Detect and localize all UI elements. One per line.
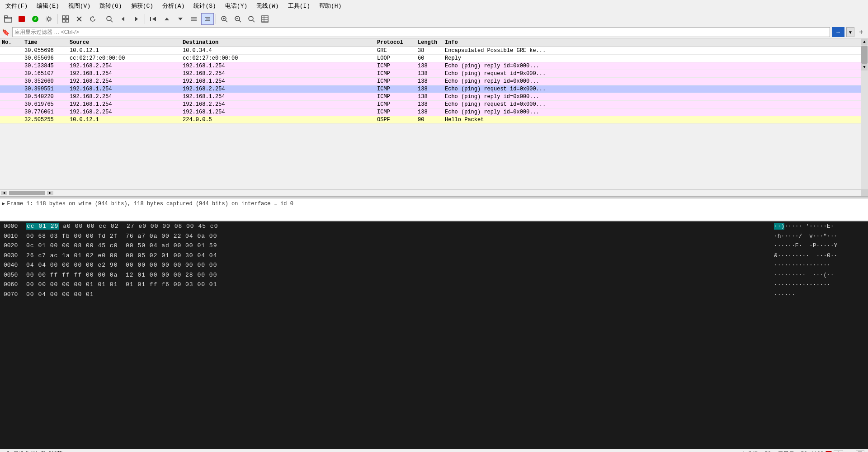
col-header-src: Source [68, 39, 181, 46]
packet-detail-text: Frame 1: 118 bytes on wire (944 bits), 1… [7, 201, 293, 207]
table-row[interactable]: 30.540220 192.168.2.254 192.168.1.254 IC… [0, 93, 861, 101]
hex-ascii: ······E· ·P·····Y [774, 241, 864, 250]
restart-capture-button[interactable]: ↺ [29, 13, 42, 25]
table-row[interactable]: 30.165107 192.168.1.254 192.168.2.254 IC… [0, 70, 861, 78]
svg-marker-12 [122, 17, 124, 21]
packet-list-vscrollbar[interactable]: ▲ ▼ [861, 38, 868, 189]
grid-button[interactable] [59, 13, 72, 25]
packet-list-hscrollbar[interactable]: ◀ ▶ [0, 190, 868, 196]
statusbar-input-method: 中 [834, 450, 843, 452]
cell-proto: ICMP [375, 109, 416, 115]
table-row[interactable]: 30.399551 192.168.1.254 192.168.2.254 IC… [0, 85, 861, 93]
menu-file[interactable]: 文件(F) [2, 1, 31, 11]
zoom-in-button[interactable] [218, 13, 231, 25]
cell-proto: LOOP [375, 55, 416, 61]
scroll-up-button[interactable] [160, 13, 173, 25]
cell-info: Echo (ping) reply id=0x000... [443, 109, 861, 115]
next-button[interactable] [130, 13, 143, 25]
hex-ascii: ········· ···(·· [774, 271, 864, 280]
cell-dst: 192.168.1.254 [181, 63, 375, 69]
menu-analyze[interactable]: 分析(A) [159, 1, 188, 11]
cell-len: 138 [416, 63, 443, 69]
cell-info: Echo (ping) request id=0x000... [443, 71, 861, 77]
cell-dst: 224.0.0.5 [181, 117, 375, 123]
table-row[interactable]: 30.352660 192.168.2.254 192.168.1.254 IC… [0, 78, 861, 85]
table-row[interactable]: 30.776061 192.168.2.254 192.168.1.254 IC… [0, 108, 861, 116]
zoom-out-button[interactable] [231, 13, 244, 25]
filterbar: 🔖 → ▼ + [0, 26, 868, 38]
hex-row-0010: 0010 00 68 03 fb 00 00 fd 2f 76 a7 0a 00… [0, 231, 868, 241]
grid-view-button[interactable] [259, 13, 271, 25]
chevron-down-icon: ▼ [848, 30, 853, 35]
cell-len: 138 [416, 94, 443, 100]
lines-button[interactable] [188, 13, 200, 25]
hex-offset: 0040 [4, 261, 26, 270]
toolbar-separator-2 [101, 14, 101, 24]
menu-edit[interactable]: 编辑(E) [33, 1, 62, 11]
zoom-reset-button[interactable] [245, 13, 258, 25]
cell-dst: 192.168.2.254 [181, 86, 375, 92]
hex-offset: 0060 [4, 280, 26, 289]
filter-apply-button[interactable]: → [832, 27, 844, 37]
menu-telephony[interactable]: 电话(Y) [222, 1, 251, 11]
hex-row-0030: 0030 26 c7 ac 1a 01 02 e0 00 00 05 02 01… [0, 251, 868, 261]
table-row[interactable]: 32.505255 10.0.12.1 224.0.0.5 OSPF 90 He… [0, 116, 861, 124]
hex-ascii: ················ [774, 280, 864, 289]
filter-input[interactable] [12, 27, 830, 37]
goto-first-button[interactable] [147, 13, 160, 25]
stop-capture-button[interactable] [15, 13, 28, 25]
menu-capture[interactable]: 捕获(C) [127, 1, 157, 11]
filter-dropdown-button[interactable]: ▼ [846, 27, 854, 37]
hex-row-0070: 0070 00 04 00 00 00 01 ······ [0, 290, 868, 300]
filter-arrow-icon: → [835, 29, 841, 35]
cell-dst: cc:02:27:e0:00:00 [181, 55, 375, 61]
cell-info: Echo (ping) reply id=0x000... [443, 63, 861, 69]
toolbar-separator-3 [145, 14, 145, 24]
table-row[interactable]: 30.619765 192.168.1.254 192.168.2.254 IC… [0, 101, 861, 108]
cell-info: Echo (ping) request id=0x000... [443, 101, 861, 108]
menu-help[interactable]: 帮助(H) [316, 1, 345, 11]
cell-len: 60 [416, 55, 443, 61]
align-button[interactable] [201, 13, 214, 25]
menu-goto[interactable]: 跳转(G) [96, 1, 125, 11]
capture-options-button[interactable] [42, 13, 55, 25]
close-button[interactable] [73, 13, 85, 25]
cell-time: 32.505255 [23, 117, 68, 123]
table-row[interactable]: 30.055696 cc:02:27:e0:00:00 cc:02:27:e0:… [0, 55, 861, 62]
packet-rows-container: 30.055696 10.0.12.1 10.0.34.4 GRE 38 Enc… [0, 47, 861, 124]
open-file-button[interactable] [2, 13, 14, 25]
scroll-down-button[interactable] [174, 13, 187, 25]
menu-wireless[interactable]: 无线(W) [253, 1, 282, 11]
svg-line-27 [226, 20, 227, 22]
detail-expand-icon[interactable]: ▶ [2, 200, 5, 207]
hex-row-0040: 0040 04 04 00 00 00 00 e2 90 00 00 00 00… [0, 260, 868, 270]
hex-ascii: ··)····· '·····E· [774, 222, 864, 231]
bottom-pane: ▶ Frame 1: 118 bytes on wire (944 bits),… [0, 198, 868, 449]
cell-src: 192.168.2.254 [68, 63, 181, 69]
packet-list-header: No. Time Source Destination Protocol Len… [0, 38, 861, 47]
svg-marker-9 [93, 16, 94, 19]
reload-button[interactable] [86, 13, 99, 25]
col-header-time: Time [23, 39, 68, 46]
menu-tools[interactable]: 工具(I) [284, 1, 314, 11]
prev-button[interactable] [117, 13, 129, 25]
menu-stats[interactable]: 统计(S) [190, 1, 219, 11]
hex-offset: 0010 [4, 232, 26, 241]
menu-view[interactable]: 视图(V) [65, 1, 94, 11]
cell-len: 138 [416, 109, 443, 115]
hex-bytes: 00 68 03 fb 00 00 fd 2f 76 a7 0a 00 22 0… [26, 232, 774, 241]
hex-bytes: 00 00 00 00 00 01 01 01 01 01 ff f6 00 0… [26, 280, 774, 289]
hex-bytes: 0c 01 00 00 08 00 45 c0 00 50 04 ad 00 0… [26, 241, 774, 250]
svg-rect-5 [62, 19, 65, 22]
cell-info: Encapsulated Possible GRE ke... [443, 47, 861, 54]
table-row[interactable]: 30.055696 10.0.12.1 10.0.34.4 GRE 38 Enc… [0, 47, 861, 55]
filter-add-button[interactable]: + [856, 27, 866, 37]
table-row[interactable]: 30.133845 192.168.2.254 192.168.1.254 IC… [0, 62, 861, 70]
cell-proto: ICMP [375, 86, 416, 92]
cell-info: Echo (ping) reply id=0x000... [443, 94, 861, 100]
hex-offset: 0020 [4, 241, 26, 250]
cell-src: 10.0.12.1 [68, 117, 181, 123]
statusbar-right: | 分组: 52 • 已显示: 52 (100 S 中 Ha↑ 图 [742, 450, 864, 452]
find-button[interactable] [103, 13, 116, 25]
cell-proto: OSPF [375, 117, 416, 123]
